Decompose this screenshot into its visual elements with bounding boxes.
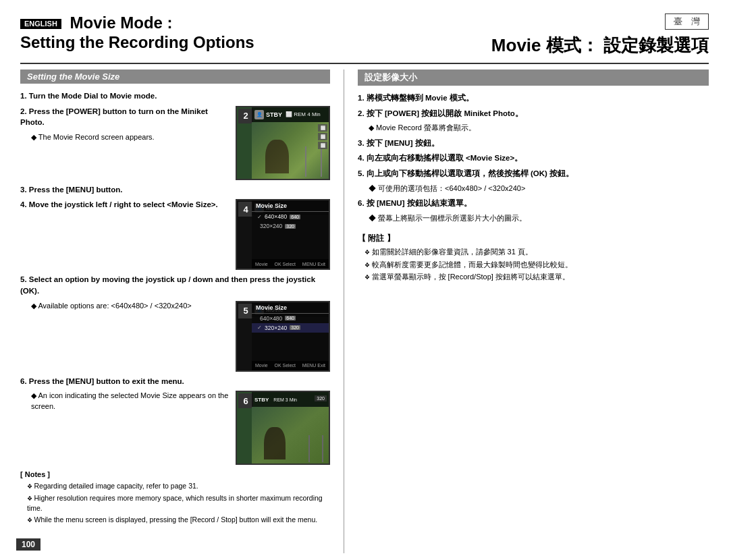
screen6-number: 6 <box>238 393 253 408</box>
left-header: ENGLISH Movie Mode : Setting the Recordi… <box>20 13 254 53</box>
cam-stby-2: STBY <box>266 111 282 118</box>
badge-640-4: 640 <box>290 215 300 219</box>
step2-sub: The Movie Record screen appears. <box>31 132 230 142</box>
r-step5-sub: 可使用的選項包括：<640x480> / <320x240> <box>369 184 709 194</box>
screen6-stby: STBY <box>254 397 269 403</box>
screen2-number: 2 <box>238 109 253 123</box>
right-notes: 【 附註 】 如需關於詳細的影像容量資訊，請參閱第 31 頁。 較高解析度需要更… <box>358 233 709 282</box>
cam-bottom-bar-4: Movie OK Select MENU Exit <box>252 259 329 269</box>
ok-select-5: OK Select <box>274 363 296 368</box>
r-step2: 2. 按下 [POWER] 按鈕以開啟 Miniket Photo。 <box>358 108 709 119</box>
step2: 2. Press the [POWER] button to turn on t… <box>20 106 230 128</box>
badge-320-5: 320 <box>290 325 300 330</box>
badge-640-5: 640 <box>285 316 296 320</box>
cam-bottom-bar-5: Movie OK Select MENU Exit <box>252 361 329 370</box>
r-step3: 3. 按下 [MENU] 按鈕。 <box>358 138 709 149</box>
movie-label-4: Movie <box>255 262 268 267</box>
page-container: ENGLISH Movie Mode : Setting the Recordi… <box>0 0 729 560</box>
camera-screen-4: 4 👤 Movie Movie Size ✓ 640×480 640 <box>236 199 330 270</box>
note2-right: 較高解析度需要更多記憶體，而最大錄製時間也變得比較短。 <box>364 260 709 270</box>
menu-item-640-5: 640×480 640 <box>252 314 329 323</box>
badge-320-4: 320 <box>285 224 296 229</box>
cam-rem-2: ⬜ REM 4 Min <box>286 111 321 117</box>
camera-screen-2: 2 👤 STBY ⬜ REM 4 Min ⬜ <box>236 106 330 180</box>
step1: 1. Turn the Mode Dial to Movie mode. <box>20 90 330 102</box>
cam-icon-1: ⬜ <box>318 124 327 132</box>
camera-screen-5: 5 👤 Movie Movie Size 640×480 640 <box>236 301 330 372</box>
note2-left: Higher resolution requires more memory s… <box>27 493 330 513</box>
right-column: 設定影像大小 1. 將模式轉盤轉到 Movie 模式。 2. 按下 [POWER… <box>344 69 709 553</box>
cam-icon-person: 👤 <box>254 110 264 119</box>
step6-sub: An icon indicating the selected Movie Si… <box>31 391 230 412</box>
menu-exit-5: MENU Exit <box>302 363 325 368</box>
note3-right: 當選單螢幕顯示時，按 [Record/Stop] 按鈕將可以結束選單。 <box>364 272 709 282</box>
menu-exit-4: MENU Exit <box>302 262 325 267</box>
right-section-heading: 設定影像大小 <box>358 69 709 86</box>
left-section-heading: Setting the Movie Size <box>20 69 330 84</box>
notes-title-left: [ Notes ] <box>20 470 330 478</box>
step5-sub: Available options are: <640x480> / <320x… <box>31 301 230 311</box>
title-line1: ENGLISH Movie Mode : <box>20 13 254 33</box>
menu-title-5: Movie Size <box>252 302 329 314</box>
two-columns: Setting the Movie Size 1. Turn the Mode … <box>20 69 709 553</box>
step5: 5. Select an option by moving the joysti… <box>20 274 330 296</box>
cam-menu-5: Movie Size 640×480 640 ✓ 320×240 320 <box>252 302 329 370</box>
menu-item-320-5: ✓ 320×240 320 <box>252 323 329 333</box>
step3: 3. Press the [MENU] button. <box>20 184 330 196</box>
r-step4: 4. 向左或向右移動搖桿以選取 <Movie Size>。 <box>358 152 709 164</box>
step6: 6. Press the [MENU] button to exit the m… <box>20 376 330 387</box>
movie-label-5: Movie <box>255 363 268 368</box>
ok-select-4: OK Select <box>274 262 296 267</box>
step4: 4. Move the joystick left / right to sel… <box>20 199 230 211</box>
check-320-5: ✓ <box>257 325 262 331</box>
note1-right: 如需關於詳細的影像容量資訊，請參閱第 31 頁。 <box>364 247 709 257</box>
english-badge: ENGLISH <box>20 19 61 29</box>
cam-icon-2: ⬜ <box>318 133 327 140</box>
screen6-size-badge: 320 <box>315 395 327 401</box>
note3-left: While the menu screen is displayed, pres… <box>27 515 330 525</box>
screen5-number: 5 <box>238 304 253 318</box>
menu-item-640-4: ✓ 640×480 640 <box>252 212 329 221</box>
left-column: Setting the Movie Size 1. Turn the Mode … <box>20 69 344 553</box>
cam-icon-3: ⬜ <box>318 142 327 149</box>
r-step6: 6. 按 [MENU] 按鈕以結束選單。 <box>358 198 709 209</box>
left-main-content: 1. Turn the Mode Dial to Movie mode. 2. … <box>20 90 330 527</box>
check-640-4: ✓ <box>257 214 262 220</box>
menu-title-4: Movie Size <box>252 200 329 212</box>
page-number: 100 <box>16 538 40 551</box>
menu-item-320-4: 320×240 320 <box>252 221 329 231</box>
cam-image-2 <box>252 122 329 179</box>
title-line2: Setting the Recording Options <box>20 33 254 53</box>
cam-ui-bar-2: 👤 STBY ⬜ REM 4 Min <box>252 107 329 122</box>
r-step1: 1. 將模式轉盤轉到 Movie 模式。 <box>358 92 709 104</box>
screen6-image <box>252 407 329 464</box>
notes-title-right: 【 附註 】 <box>358 233 709 244</box>
r-step2-sub: Movie Record 螢幕將會顯示。 <box>369 123 709 133</box>
taiwan-badge: 臺 灣 <box>665 13 709 30</box>
cam-menu-4: Movie Size ✓ 640×480 640 320×240 320 <box>252 200 329 269</box>
chinese-title: Movie 模式： 設定錄製選項 <box>491 34 709 57</box>
r-step6-sub: 螢幕上將顯示一個標示所選影片大小的圖示。 <box>369 213 709 223</box>
r-step5: 5. 向上或向下移動搖桿以選取選項，然後按搖桿 (OK) 按鈕。 <box>358 168 709 179</box>
cam-right-icons-2: ⬜ ⬜ ⬜ <box>318 124 327 149</box>
left-notes: [ Notes ] Regarding detailed image capac… <box>20 470 330 525</box>
screen6-rem: REM 3 Min <box>273 397 297 402</box>
right-header: 臺 灣 Movie 模式： 設定錄製選項 <box>491 13 709 57</box>
screen4-number: 4 <box>238 202 253 217</box>
note1-left: Regarding detailed image capacity, refer… <box>27 481 330 491</box>
camera-screen-6: 6 STBY REM 3 Min 320 <box>236 391 330 465</box>
left-steps: 1. Turn the Mode Dial to Movie mode. 2. … <box>20 90 330 527</box>
header-section: ENGLISH Movie Mode : Setting the Recordi… <box>20 13 709 64</box>
